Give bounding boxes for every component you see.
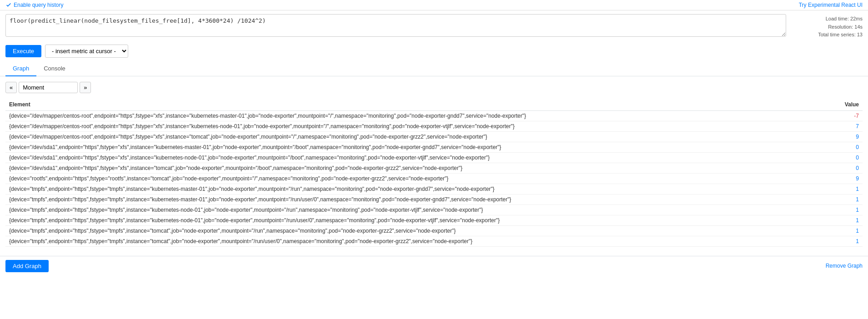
toolbar: Execute - insert metric at cursor -: [0, 43, 868, 61]
table-header-row: Element Value: [5, 99, 863, 111]
element-cell: {device="tmpfs",endpoint="https",fstype=…: [5, 225, 829, 236]
load-time: Load time: 22ms: [790, 15, 863, 23]
element-cell: {device="/dev/mapper/centos-root",endpoi…: [5, 131, 829, 142]
value-cell: 9: [829, 173, 863, 184]
moment-nav: « »: [5, 82, 863, 93]
element-cell: {device="tmpfs",endpoint="https",fstype=…: [5, 215, 829, 225]
tab-console[interactable]: Console: [36, 61, 73, 76]
element-cell: {device="/dev/mapper/centos-root",endpoi…: [5, 110, 829, 121]
element-cell: {device="tmpfs",endpoint="https",fstype=…: [5, 184, 829, 194]
value-cell: 1: [829, 184, 863, 194]
table-row: {device="tmpfs",endpoint="https",fstype=…: [5, 225, 863, 236]
value-cell: 0: [829, 142, 863, 152]
query-area: floor(predict_linear(node_filesystem_fil…: [0, 10, 868, 43]
table-row: {device="tmpfs",endpoint="https",fstype=…: [5, 194, 863, 204]
table-row: {device="tmpfs",endpoint="https",fstype=…: [5, 215, 863, 225]
value-cell: 1: [829, 194, 863, 204]
tabs: Graph Console: [0, 61, 868, 76]
execute-button[interactable]: Execute: [5, 45, 41, 57]
element-cell: {device="tmpfs",endpoint="https",fstype=…: [5, 236, 829, 246]
element-cell: {device="tmpfs",endpoint="https",fstype=…: [5, 194, 829, 204]
value-cell: 7: [829, 121, 863, 131]
table-row: {device="/dev/mapper/centos-root",endpoi…: [5, 110, 863, 121]
table-row: {device="rootfs",endpoint="https",fstype…: [5, 173, 863, 184]
value-cell: 1: [829, 225, 863, 236]
value-cell: 9: [829, 131, 863, 142]
data-table: Element Value {device="/dev/mapper/cento…: [5, 99, 863, 247]
element-column-header: Element: [5, 99, 829, 111]
tab-graph[interactable]: Graph: [5, 61, 36, 76]
add-graph-button[interactable]: Add Graph: [5, 260, 49, 272]
table-row: {device="tmpfs",endpoint="https",fstype=…: [5, 184, 863, 194]
table-row: {device="/dev/sda1",endpoint="https",fst…: [5, 142, 863, 152]
value-cell: 0: [829, 163, 863, 173]
enable-query-history-link[interactable]: Enable query history: [5, 2, 63, 8]
element-cell: {device="/dev/sda1",endpoint="https",fst…: [5, 142, 829, 152]
element-cell: {device="tmpfs",endpoint="https",fstype=…: [5, 204, 829, 215]
tab-content: « » Element Value {device="/dev/mapper/c…: [0, 76, 868, 252]
element-cell: {device="/dev/mapper/centos-root",endpoi…: [5, 121, 829, 131]
value-cell: 0: [829, 152, 863, 163]
bottom-bar: Add Graph Remove Graph: [0, 256, 868, 276]
top-bar: Enable query history Try Experimental Re…: [0, 0, 868, 10]
element-cell: {device="/dev/sda1",endpoint="https",fst…: [5, 152, 829, 163]
table-row: {device="tmpfs",endpoint="https",fstype=…: [5, 236, 863, 246]
prev-button[interactable]: «: [5, 82, 17, 93]
table-row: {device="/dev/sda1",endpoint="https",fst…: [5, 163, 863, 173]
value-cell: 1: [829, 236, 863, 246]
value-cell: 1: [829, 204, 863, 215]
total-time-series: Total time series: 13: [790, 31, 863, 39]
experimental-link[interactable]: Try Experimental React UI: [799, 2, 863, 8]
resolution: Resolution: 14s: [790, 23, 863, 31]
enable-query-history-label: Enable query history: [14, 2, 63, 8]
query-input[interactable]: floor(predict_linear(node_filesystem_fil…: [5, 14, 786, 37]
value-cell: 1: [829, 215, 863, 225]
value-column-header: Value: [829, 99, 863, 111]
query-info: Load time: 22ms Resolution: 14s Total ti…: [790, 14, 863, 39]
remove-graph-link[interactable]: Remove Graph: [826, 263, 863, 269]
element-cell: {device="/dev/sda1",endpoint="https",fst…: [5, 163, 829, 173]
moment-input[interactable]: [19, 82, 78, 93]
element-cell: {device="rootfs",endpoint="https",fstype…: [5, 173, 829, 184]
value-cell: -7: [829, 110, 863, 121]
table-row: {device="/dev/mapper/centos-root",endpoi…: [5, 131, 863, 142]
table-row: {device="/dev/sda1",endpoint="https",fst…: [5, 152, 863, 163]
next-button[interactable]: »: [80, 82, 91, 93]
table-row: {device="tmpfs",endpoint="https",fstype=…: [5, 204, 863, 215]
table-row: {device="/dev/mapper/centos-root",endpoi…: [5, 121, 863, 131]
insert-metric-select[interactable]: - insert metric at cursor -: [45, 45, 128, 58]
